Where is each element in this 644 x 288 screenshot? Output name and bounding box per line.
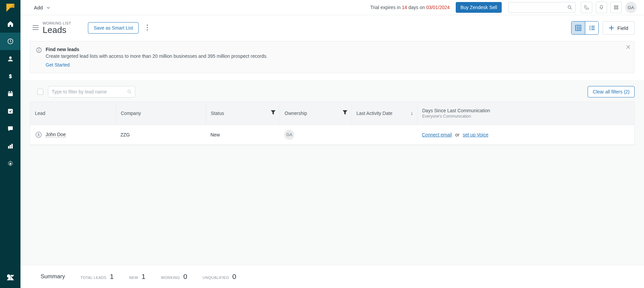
stat-value: 0 [183, 273, 187, 281]
lead-filter-input[interactable] [52, 89, 125, 94]
col-last-activity-label: Last Activity Date [356, 111, 392, 116]
select-all-checkbox[interactable] [37, 89, 43, 95]
col-lead[interactable]: Lead [30, 102, 116, 125]
view-list-button[interactable] [585, 22, 598, 34]
filter-icon[interactable] [271, 110, 276, 116]
calendar-icon [7, 90, 14, 97]
summary-title: Summary [41, 273, 65, 280]
nav-settings[interactable] [0, 155, 20, 172]
gear-icon [7, 160, 14, 167]
phone-icon [584, 5, 589, 10]
svg-point-28 [39, 49, 39, 49]
comm-separator: or [455, 132, 459, 137]
banner-desc: Create targeted lead lists with access t… [46, 53, 267, 59]
svg-rect-16 [614, 6, 616, 7]
lead-filter[interactable] [48, 86, 135, 97]
svg-rect-12 [11, 144, 12, 148]
table-row[interactable]: John Doe ZZG New GA Connect email or set… [30, 125, 634, 145]
col-last-activity[interactable]: Last Activity Date ↓ [351, 102, 417, 125]
filter-icon[interactable] [343, 110, 347, 116]
search-icon [567, 4, 573, 10]
more-actions[interactable] [145, 23, 150, 34]
add-field-button[interactable]: Field [603, 21, 635, 35]
chevron-down-icon [46, 4, 51, 10]
zendesk-icon [7, 274, 14, 281]
nav-contacts[interactable] [0, 50, 20, 68]
sort-desc-icon[interactable]: ↓ [410, 110, 413, 116]
svg-point-22 [147, 29, 148, 31]
global-search-input[interactable] [512, 5, 565, 10]
banner-cta[interactable]: Get Started [46, 62, 70, 68]
stat-label: UNQUALIFIED [203, 276, 229, 280]
col-company[interactable]: Company [116, 102, 206, 125]
svg-point-21 [147, 27, 148, 28]
lead-link[interactable]: John Doe [46, 132, 66, 137]
cell-lead: John Doe [30, 125, 116, 145]
stat-total: TOTAL LEADS 1 [81, 273, 114, 281]
nav-zendesk[interactable] [0, 271, 20, 288]
search-icon [127, 89, 132, 94]
cell-last-activity [351, 125, 417, 145]
col-status-label: Status [211, 111, 224, 116]
stat-value: 0 [232, 273, 236, 281]
col-status[interactable]: Status [206, 102, 280, 125]
user-avatar[interactable]: GA [625, 2, 637, 13]
kebab-icon [147, 25, 148, 31]
list-toggle[interactable] [33, 25, 39, 31]
phone-button[interactable] [581, 2, 592, 13]
buy-button[interactable]: Buy Zendesk Sell [456, 2, 502, 13]
banner-title: Find new leads [46, 47, 267, 52]
stat-label: TOTAL LEADS [81, 276, 107, 280]
grid-icon [613, 5, 619, 10]
trial-date: 03/01/2024 [426, 5, 450, 10]
banner-close[interactable] [626, 45, 630, 50]
apps-button[interactable] [610, 2, 622, 13]
col-ownership[interactable]: Ownership [280, 102, 351, 125]
trial-mid: days on [407, 5, 426, 10]
trial-prefix: Trial expires in [370, 5, 402, 10]
nav-home[interactable] [0, 15, 20, 33]
field-label: Field [617, 25, 628, 31]
svg-rect-17 [616, 6, 618, 7]
person-icon [7, 55, 14, 62]
info-icon [36, 47, 42, 68]
hamburger-icon [33, 25, 39, 30]
table-icon [575, 25, 581, 31]
setup-voice-link[interactable]: set up Voice [463, 132, 488, 137]
bell-icon [599, 5, 604, 10]
global-search[interactable] [508, 2, 576, 13]
stat-working: WORKING 0 [161, 273, 187, 281]
summary-bar: Summary TOTAL LEADS 1 NEW 1 WORKING 0 UN… [20, 265, 644, 288]
notifications-button[interactable] [596, 2, 607, 13]
nav-comms[interactable] [0, 120, 20, 137]
add-label: Add [34, 5, 43, 10]
dollar-icon: $ [7, 73, 14, 80]
stat-label: WORKING [161, 276, 180, 280]
nav-calendar[interactable] [0, 85, 20, 102]
view-table-button[interactable] [572, 22, 585, 34]
svg-rect-7 [9, 91, 9, 93]
clear-filters-button[interactable]: Clear all filters (2) [588, 86, 635, 97]
connect-email-link[interactable]: Connect email [422, 132, 452, 137]
nav-deals[interactable]: $ [0, 68, 20, 85]
nav-tasks[interactable] [0, 102, 20, 120]
col-comm-sub: Everyone's Communication [422, 114, 490, 119]
cell-company: ZZG [116, 125, 206, 145]
cell-ownership: GA [280, 125, 351, 145]
col-communication[interactable]: Days Since Last Communication Everyone's… [417, 102, 634, 125]
save-smart-list-button[interactable]: Save as Smart List [88, 22, 139, 34]
list-toolbar: Clear all filters (2) [20, 80, 644, 101]
nav-reports[interactable] [0, 137, 20, 155]
svg-rect-6 [8, 92, 12, 93]
svg-point-15 [568, 6, 571, 8]
check-square-icon [7, 108, 14, 115]
stat-unqualified: UNQUALIFIED 0 [203, 273, 236, 281]
nav-leads[interactable] [0, 33, 20, 50]
bar-chart-icon [7, 143, 14, 150]
leads-icon [7, 38, 14, 45]
svg-rect-29 [39, 50, 39, 51]
close-icon [626, 45, 630, 49]
add-menu[interactable]: Add [34, 4, 51, 10]
trial-days: 14 [402, 5, 407, 10]
trial-expiry: Trial expires in 14 days on 03/01/2024 [370, 5, 450, 10]
